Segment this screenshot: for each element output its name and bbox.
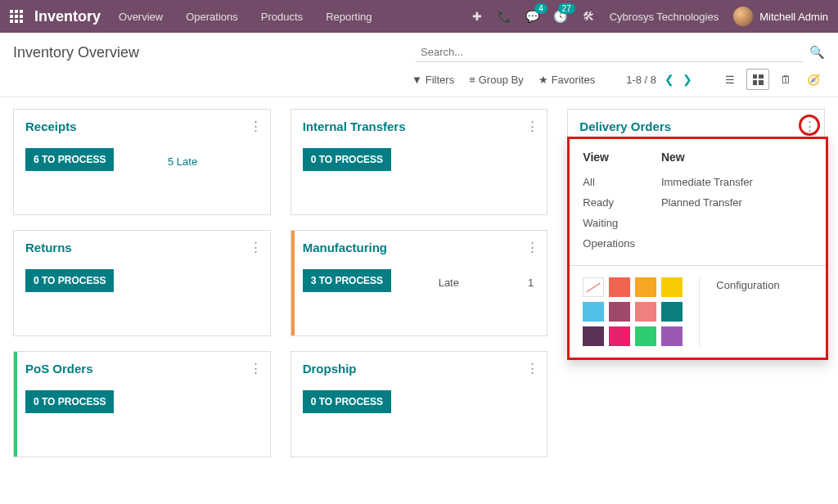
color-swatches (583, 277, 683, 346)
popover-new-col: New Immediate Transfer Planned Transfer (661, 151, 753, 254)
clock-icon[interactable]: 🕓27 (554, 10, 567, 23)
color-swatch[interactable] (661, 302, 683, 322)
view-kanban-icon[interactable] (746, 69, 769, 90)
search-wrap: 🔍 (416, 43, 825, 62)
new-planned[interactable]: Planned Transfer (661, 192, 753, 213)
phone-icon[interactable]: 📞 (498, 10, 511, 23)
highlight-circle (799, 115, 820, 136)
color-swatch[interactable] (583, 277, 604, 297)
late-text[interactable]: 5 Late (168, 155, 197, 168)
list-icon: ≡ (469, 74, 475, 86)
process-button[interactable]: 0 TO PROCESS (303, 148, 391, 171)
color-swatch[interactable] (635, 326, 656, 346)
view-list-icon[interactable]: ☰ (719, 69, 741, 90)
card-menu-icon[interactable]: ⋮ (526, 241, 538, 253)
card-title[interactable]: Dropship (303, 362, 536, 376)
card-title[interactable]: Returns (25, 241, 259, 254)
nav-operations[interactable]: Operations (186, 11, 238, 23)
control-bar: Inventory Overview 🔍 ▼Filters ≡Group By … (0, 33, 838, 97)
new-heading: New (661, 151, 753, 164)
card-dropship: Dropship ⋮ 0 TO PROCESS (291, 351, 548, 457)
color-swatch[interactable] (609, 326, 630, 346)
pager: 1-8 / 8 ❮ ❯ (626, 73, 692, 86)
card-menu-icon[interactable]: ⋮ (526, 119, 538, 132)
view-operations[interactable]: Operations (583, 233, 635, 254)
view-switcher: ☰ 🗓 🧭 (719, 69, 825, 90)
search-input[interactable] (416, 43, 803, 62)
pager-count: 1-8 / 8 (626, 74, 656, 86)
card-internal-transfers: Internal Transfers ⋮ 0 TO PROCESS (291, 109, 548, 215)
card-title[interactable]: Internal Transfers (303, 119, 536, 133)
late-label[interactable]: Late (439, 277, 459, 289)
wrench-icon[interactable]: 🛠 (582, 10, 595, 23)
pager-next-icon[interactable]: ❯ (683, 73, 692, 86)
color-swatch[interactable] (609, 302, 630, 322)
card-menu-icon[interactable]: ⋮ (250, 362, 262, 374)
filters-button[interactable]: ▼Filters (412, 74, 454, 86)
view-all[interactable]: All (583, 172, 635, 192)
card-title[interactable]: Delivery Orders (579, 119, 813, 133)
process-button[interactable]: 0 TO PROCESS (25, 269, 114, 292)
color-swatch[interactable] (635, 302, 656, 322)
card-title[interactable]: PoS Orders (25, 362, 259, 376)
funnel-icon: ▼ (412, 74, 422, 86)
kanban-board: Receipts ⋮ 6 TO PROCESS 5 Late Internal … (0, 97, 838, 469)
view-dashboard-icon[interactable]: 🧭 (802, 69, 825, 90)
card-receipts: Receipts ⋮ 6 TO PROCESS 5 Late (13, 109, 271, 215)
color-swatch[interactable] (661, 277, 683, 297)
card-title[interactable]: Manufacturing (303, 241, 536, 254)
card-pos-orders: PoS Orders ⋮ 0 TO PROCESS (13, 351, 271, 457)
stripe-orange (291, 231, 295, 335)
card-title[interactable]: Receipts (25, 119, 259, 133)
main-nav: Overview Operations Products Reporting (119, 11, 372, 23)
process-button[interactable]: 0 TO PROCESS (25, 390, 114, 413)
popover-view-col: View All Ready Waiting Operations (583, 151, 635, 254)
color-swatch[interactable] (583, 326, 604, 346)
late-count: 1 (528, 277, 534, 289)
process-button[interactable]: 0 TO PROCESS (303, 390, 391, 413)
card-popover: View All Ready Waiting Operations New Im… (567, 137, 828, 360)
pager-prev-icon[interactable]: ❮ (665, 73, 674, 86)
user-menu[interactable]: Mitchell Admin (733, 7, 828, 26)
groupby-button[interactable]: ≡Group By (469, 74, 524, 86)
chat-icon[interactable]: 💬4 (526, 10, 539, 23)
process-button[interactable]: 6 TO PROCESS (25, 148, 114, 171)
card-menu-icon[interactable]: ⋮ (250, 119, 262, 132)
plus-icon[interactable]: ✚ (471, 10, 484, 23)
view-heading: View (583, 151, 635, 164)
card-manufacturing: Manufacturing ⋮ 3 TO PROCESS Late 1 (291, 230, 548, 336)
color-swatch[interactable] (661, 326, 683, 346)
clock-badge: 27 (558, 3, 575, 14)
user-name: Mitchell Admin (759, 11, 828, 23)
card-menu-icon[interactable]: ⋮ (526, 362, 538, 374)
company-name[interactable]: Cybrosys Technologies (610, 11, 719, 23)
topbar-right: ✚ 📞 💬4 🕓27 🛠 Cybrosys Technologies Mitch… (471, 7, 828, 26)
chat-badge: 4 (534, 3, 547, 14)
process-button[interactable]: 3 TO PROCESS (303, 269, 391, 292)
nav-reporting[interactable]: Reporting (326, 11, 372, 23)
card-menu-icon[interactable]: ⋮ (250, 241, 262, 253)
view-ready[interactable]: Ready (583, 192, 635, 213)
stripe-green (14, 352, 17, 457)
card-returns: Returns ⋮ 0 TO PROCESS (13, 230, 271, 336)
color-swatch[interactable] (583, 302, 604, 322)
color-swatch[interactable] (635, 277, 656, 297)
color-swatch[interactable] (609, 277, 630, 297)
configuration-link[interactable]: Configuration (716, 277, 813, 346)
favorites-button[interactable]: ★Favorites (538, 74, 595, 86)
nav-products[interactable]: Products (261, 11, 303, 23)
card-delivery-orders: Delivery Orders ⋮ View All Ready Waiting… (567, 109, 825, 215)
new-immediate[interactable]: Immediate Transfer (661, 172, 753, 192)
view-waiting[interactable]: Waiting (583, 213, 635, 233)
divider (699, 277, 700, 346)
search-icon[interactable]: 🔍 (809, 43, 825, 62)
apps-icon[interactable] (10, 10, 23, 23)
page-title: Inventory Overview (13, 44, 139, 61)
avatar-icon (733, 7, 753, 26)
view-calendar-icon[interactable]: 🗓 (774, 69, 797, 90)
top-bar: Inventory Overview Operations Products R… (0, 0, 838, 33)
app-brand[interactable]: Inventory (34, 8, 101, 25)
nav-overview[interactable]: Overview (119, 11, 163, 23)
star-icon: ★ (538, 74, 548, 86)
